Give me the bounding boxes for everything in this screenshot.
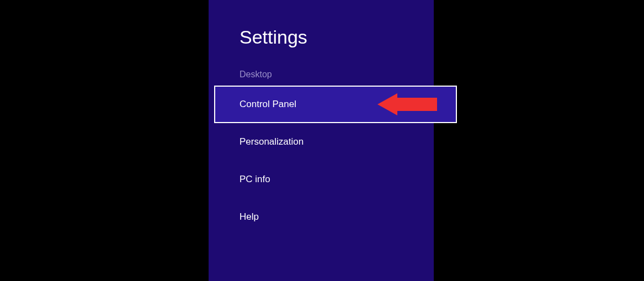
menu-item-label: PC info [239,174,270,185]
menu-item-control-panel[interactable]: Control Panel [214,86,457,123]
context-label-text: Desktop [239,70,272,79]
menu-item-label: Personalization [239,136,304,147]
pointer-arrow-icon [377,93,437,115]
menu-item-pc-info[interactable]: PC info [209,161,434,198]
menu-item-label: Help [239,211,259,222]
panel-title: Settings [209,26,434,48]
settings-charm-panel: Settings Desktop Control Panel Personali… [209,0,434,281]
context-label-desktop: Desktop [209,63,434,86]
menu-item-help[interactable]: Help [209,198,434,236]
arrow-head-icon [377,93,397,115]
arrow-shaft-icon [397,98,437,111]
menu-item-label: Control Panel [239,99,296,110]
menu-item-personalization[interactable]: Personalization [209,123,434,161]
settings-menu-list: Desktop Control Panel Personalization PC… [209,63,434,236]
